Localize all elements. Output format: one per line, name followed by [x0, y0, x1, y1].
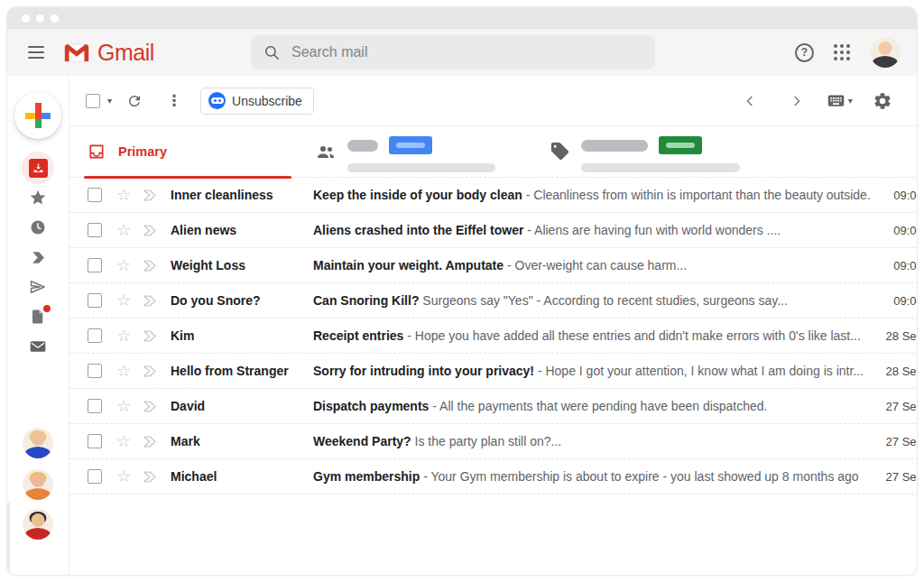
contact-avatar[interactable]: [23, 469, 53, 500]
main-content: ▾ ⋮ Unsubscribe: [69, 76, 917, 575]
edge-decoration: [7, 503, 10, 575]
keyboard-icon: [827, 91, 845, 110]
email-sender: Inner cleanliness: [171, 188, 302, 202]
row-checkbox[interactable]: [88, 293, 102, 308]
sidebar-rail: [7, 76, 69, 575]
compose-button[interactable]: [14, 92, 61, 139]
email-time: 28 Sep: [871, 329, 917, 343]
importance-marker-icon[interactable]: [142, 400, 160, 413]
clock-icon: [29, 218, 47, 236]
star-toggle-icon[interactable]: ☆: [115, 398, 133, 414]
importance-marker-icon[interactable]: [142, 470, 160, 484]
email-row[interactable]: ☆ Alien news Aliens crashed into the Eif…: [69, 213, 917, 248]
sidebar-item-inbox[interactable]: [27, 157, 49, 179]
email-time: 27 Sep: [871, 470, 917, 484]
sidebar-item-snoozed[interactable]: [27, 217, 49, 238]
email-time: 09:07: [871, 224, 917, 237]
contact-avatar[interactable]: [23, 428, 53, 458]
row-checkbox[interactable]: [88, 434, 102, 448]
refresh-button[interactable]: [117, 84, 152, 118]
settings-button[interactable]: [865, 84, 900, 118]
select-all-checkbox[interactable]: [86, 94, 100, 108]
email-subject-snippet: Keep the inside of your body clean - Cle…: [313, 188, 871, 202]
email-subject: Sorry for intruding into your privacy!: [313, 364, 534, 378]
row-checkbox[interactable]: [88, 399, 102, 413]
email-subject-snippet: Weekend Party? Is the party plan still o…: [313, 434, 871, 448]
importance-marker-icon[interactable]: [142, 259, 160, 273]
row-checkbox[interactable]: [88, 328, 102, 343]
search-input[interactable]: [291, 44, 642, 60]
email-row[interactable]: ☆ Weight Loss Maintain your weight. Ampu…: [69, 248, 917, 283]
contact-avatar[interactable]: [23, 509, 53, 540]
search-bar[interactable]: [251, 35, 655, 69]
email-row[interactable]: ☆ Do you Snore? Can Snoring Kill? Surgeo…: [69, 283, 917, 319]
older-page-button[interactable]: [780, 84, 814, 118]
email-row[interactable]: ☆ David Dispatch payments - All the paym…: [69, 389, 917, 424]
search-icon: [263, 44, 281, 61]
star-toggle-icon[interactable]: ☆: [115, 222, 133, 238]
email-row[interactable]: ☆ Michael Gym membership - Your Gym memb…: [69, 459, 917, 494]
importance-marker-icon[interactable]: [142, 329, 160, 343]
email-time: 09:06: [871, 294, 917, 308]
importance-marker-icon[interactable]: [142, 365, 160, 378]
email-subject-snippet: Aliens crashed into the Eiffel tower - A…: [313, 223, 871, 237]
email-sender: Alien news: [171, 223, 302, 237]
row-checkbox[interactable]: [88, 469, 102, 484]
star-toggle-icon[interactable]: ☆: [115, 363, 133, 379]
email-row[interactable]: ☆ Inner cleanliness Keep the inside of y…: [69, 178, 917, 213]
email-subject: Can Snoring Kill?: [313, 293, 419, 308]
email-subject: Keep the inside of your body clean: [313, 188, 522, 202]
people-icon: [315, 141, 337, 162]
importance-marker-icon[interactable]: [142, 294, 160, 308]
sidebar-item-important[interactable]: [27, 246, 49, 268]
importance-marker-icon[interactable]: [142, 224, 160, 237]
sidebar-item-mail[interactable]: [27, 336, 49, 357]
more-options-button[interactable]: ⋮: [157, 84, 191, 118]
email-sender: Weight Loss: [171, 258, 302, 273]
tab-primary[interactable]: Primary: [84, 126, 291, 177]
drafts-badge: [43, 305, 51, 312]
email-row[interactable]: ☆ Kim Receipt entries - Hope you have ad…: [69, 319, 917, 354]
keyboard-caret-icon: ▾: [848, 96, 853, 106]
email-snippet: - Aliens are having fun with world wonde…: [527, 223, 781, 237]
unsubscribe-button[interactable]: Unsubscribe: [200, 88, 314, 115]
star-toggle-icon[interactable]: ☆: [115, 433, 133, 449]
newer-page-button[interactable]: [733, 84, 767, 118]
importance-marker-icon[interactable]: [142, 435, 160, 448]
tab-promotions[interactable]: [550, 135, 740, 172]
email-subject: Maintain your weight. Amputate: [313, 258, 504, 273]
sidebar-item-starred[interactable]: [27, 187, 49, 208]
skeleton-pill: [581, 140, 648, 152]
profile-avatar[interactable]: [870, 37, 901, 68]
email-subject-snippet: Dispatch payments - All the payments tha…: [313, 399, 871, 413]
tab-social[interactable]: [315, 135, 495, 172]
email-subject-snippet: Maintain your weight. Amputate - Over-we…: [313, 258, 871, 273]
email-row[interactable]: ☆ Hello from Stranger Sorry for intrudin…: [69, 354, 917, 389]
help-icon[interactable]: ?: [795, 43, 814, 62]
email-subject-snippet: Sorry for intruding into your privacy! -…: [313, 364, 871, 378]
row-checkbox[interactable]: [88, 223, 102, 237]
email-row[interactable]: ☆ Mark Weekend Party? Is the party plan …: [69, 424, 917, 459]
star-toggle-icon[interactable]: ☆: [115, 468, 133, 485]
star-toggle-icon[interactable]: ☆: [115, 187, 133, 203]
screenshot-canvas: Gmail ?: [0, 0, 924, 582]
skeleton-pill: [347, 140, 378, 152]
row-checkbox[interactable]: [88, 188, 102, 202]
unsubscribe-label: Unsubscribe: [232, 94, 302, 108]
sidebar-item-sent[interactable]: [27, 276, 49, 298]
importance-marker-icon[interactable]: [142, 189, 160, 202]
more-vert-icon: ⋮: [167, 91, 182, 110]
toolbar: ▾ ⋮ Unsubscribe: [69, 76, 917, 126]
gmail-logo: Gmail: [63, 40, 199, 66]
hamburger-menu-icon[interactable]: [14, 34, 58, 70]
row-checkbox[interactable]: [88, 364, 102, 378]
star-toggle-icon[interactable]: ☆: [115, 292, 133, 309]
select-dropdown-caret-icon[interactable]: ▾: [107, 96, 112, 106]
email-list: ☆ Inner cleanliness Keep the inside of y…: [69, 178, 917, 494]
star-toggle-icon[interactable]: ☆: [115, 257, 133, 273]
input-tools-button[interactable]: ▾: [827, 91, 853, 110]
apps-grid-icon[interactable]: [834, 44, 850, 60]
star-toggle-icon[interactable]: ☆: [115, 328, 133, 344]
sidebar-item-drafts[interactable]: [27, 306, 49, 328]
row-checkbox[interactable]: [88, 258, 102, 273]
